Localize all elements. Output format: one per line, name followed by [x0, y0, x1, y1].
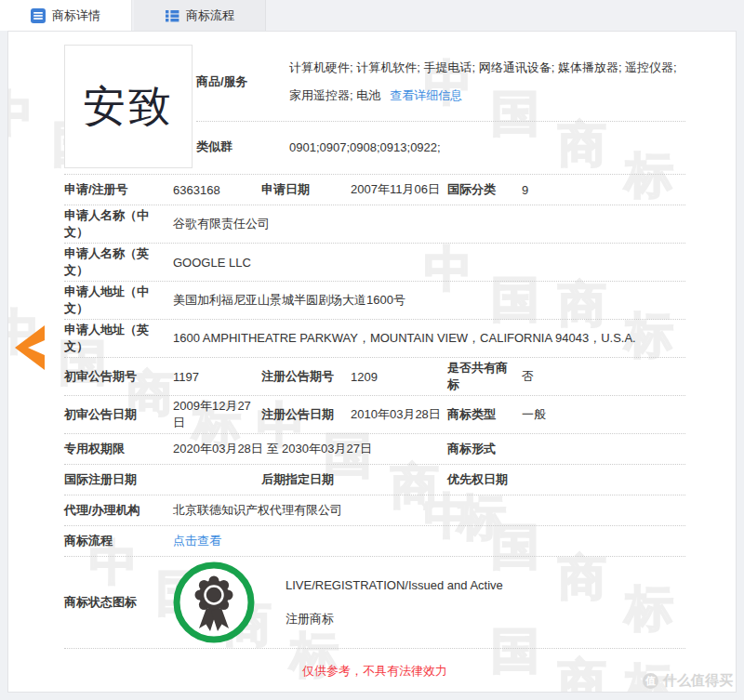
field-label: 国际注册日期	[64, 469, 173, 490]
site-watermark: 值 什么值得买	[643, 672, 733, 690]
field-value	[522, 478, 685, 482]
status-text: LIVE/REGISTRATION/Issued and Active 注册商标	[286, 578, 503, 627]
tab-trademark-flow[interactable]: 商标流程	[134, 0, 266, 31]
field-label: 申请/注册号	[64, 179, 173, 200]
field-value: 2009年12月27日	[173, 396, 261, 433]
field-label: 后期指定日期	[261, 469, 351, 490]
goods-row: 商品/服务 计算机硬件; 计算机软件; 手提电话; 网络通讯设备; 媒体播放器;…	[196, 45, 685, 122]
table-row-exclusive-period: 专用权期限 2020年03月28日 至 2030年03月27日 商标形式	[64, 434, 685, 465]
field-value: 谷歌有限责任公司	[173, 214, 685, 234]
click-to-view-link[interactable]: 点击查看	[173, 534, 221, 548]
tab-bar: 商标详情 商标流程	[0, 0, 744, 31]
field-label: 申请人名称（中文）	[64, 205, 173, 243]
table-row-gazette-date: 初审公告日期 2009年12月27日 注册公告日期 2010年03月28日 商标…	[64, 396, 685, 434]
similar-group-label: 类似群	[196, 139, 289, 155]
goods-value: 计算机硬件; 计算机软件; 手提电话; 网络通讯设备; 媒体播放器; 遥控仪器;…	[289, 54, 685, 110]
field-value: 2010年03月28日	[351, 404, 447, 425]
field-value: 2020年03月28日 至 2030年03月27日	[173, 439, 447, 459]
view-details-link[interactable]: 查看详细信息	[390, 88, 462, 102]
status-line-english: LIVE/REGISTRATION/Issued and Active	[286, 578, 503, 592]
tab-trademark-detail[interactable]: 商标详情	[0, 0, 132, 31]
field-value: 1197	[173, 368, 261, 386]
status-line-chinese: 注册商标	[286, 611, 503, 627]
trademark-name: 安致	[83, 78, 174, 136]
trademark-image: 安致	[64, 45, 193, 168]
field-value	[522, 447, 685, 451]
field-value: 1209	[351, 368, 447, 386]
field-label: 注册公告期号	[261, 366, 351, 387]
table-row-registration: 申请/注册号 6363168 申请日期 2007年11月06日 国际分类 9	[64, 175, 685, 205]
registration-badge-icon	[173, 561, 255, 643]
field-label: 商标形式	[447, 439, 522, 459]
list-icon	[165, 8, 179, 23]
document-list-icon	[31, 8, 46, 23]
similar-group-value: 0901;0907;0908;0913;0922;	[289, 140, 685, 154]
table-row-address-en: 申请人地址（英文） 1600 AMPHITHEATRE PARKWAY，MOUN…	[64, 320, 685, 358]
field-value: 美国加利福尼亚山景城半圆剧场大道1600号	[173, 290, 685, 310]
goods-section: 商品/服务 计算机硬件; 计算机软件; 手提电话; 网络通讯设备; 媒体播放器;…	[196, 45, 685, 168]
table-row-gazette-no: 初审公告期号 1197 注册公告期号 1209 是否共有商标 否	[64, 358, 685, 396]
top-section: 安致 商品/服务 计算机硬件; 计算机软件; 手提电话; 网络通讯设备; 媒体播…	[64, 45, 685, 168]
field-label: 代理/办理机构	[64, 500, 173, 521]
field-value: 2007年11月06日	[351, 179, 447, 200]
field-value: 9	[522, 181, 685, 199]
field-value: 6363168	[173, 181, 261, 199]
field-value: GOOGLE LLC	[173, 254, 685, 271]
field-label: 申请日期	[261, 179, 351, 200]
detail-content: 安致 商品/服务 计算机硬件; 计算机软件; 手提电话; 网络通讯设备; 媒体播…	[8, 32, 736, 693]
field-value: 1600 AMPHITHEATRE PARKWAY，MOUNTAIN VIEW，…	[173, 328, 685, 349]
table-row-agency: 代理/办理机构 北京联德知识产权代理有限公司	[64, 495, 685, 526]
field-label: 国际分类	[447, 179, 522, 200]
goods-label: 商品/服务	[196, 73, 289, 90]
field-label: 是否共有商标	[447, 358, 522, 395]
field-label: 初审公告期号	[64, 366, 173, 387]
field-value: 否	[522, 366, 685, 387]
table-row-intl-dates: 国际注册日期 后期指定日期 优先权日期	[64, 465, 685, 495]
field-label: 注册公告日期	[261, 404, 351, 425]
field-label: 申请人名称（英文）	[64, 244, 173, 281]
field-value: 一般	[522, 404, 685, 425]
detail-card: 中 国 中 国 商 标 中 国 商 标 中 国 商 标 中 国 商 标 中 国 …	[7, 31, 737, 693]
field-label: 商标流程	[64, 531, 173, 551]
field-value: 北京联德知识产权代理有限公司	[173, 500, 685, 521]
table-row-address-cn: 申请人地址（中文） 美国加利福尼亚山景城半圆剧场大道1600号	[64, 282, 685, 320]
fields-table: 申请/注册号 6363168 申请日期 2007年11月06日 国际分类 9 申…	[64, 174, 685, 649]
field-label: 申请人地址（英文）	[64, 320, 173, 357]
disclaimer-text: 仅供参考，不具有法律效力	[64, 649, 685, 683]
table-row-applicant-en: 申请人名称（英文） GOOGLE LLC	[64, 244, 685, 282]
field-label: 商标状态图标	[64, 592, 173, 613]
similar-group-row: 类似群 0901;0907;0908;0913;0922;	[196, 122, 685, 165]
table-row-status: 商标状态图标	[64, 557, 685, 649]
field-label: 专用权期限	[64, 439, 173, 459]
field-value	[351, 478, 447, 482]
field-value	[173, 478, 261, 482]
field-label: 申请人地址（中文）	[64, 282, 173, 319]
site-watermark-text: 什么值得买	[663, 672, 733, 690]
goods-value-text: 计算机硬件; 计算机软件; 手提电话; 网络通讯设备; 媒体播放器; 遥控仪器;…	[289, 60, 677, 102]
field-label: 优先权日期	[447, 469, 522, 490]
field-label: 初审公告日期	[64, 404, 173, 425]
field-label: 商标类型	[447, 404, 522, 425]
tab-label-detail: 商标详情	[52, 7, 100, 24]
prev-arrow-button[interactable]	[15, 325, 45, 373]
table-row-applicant-cn: 申请人名称（中文） 谷歌有限责任公司	[64, 205, 685, 244]
table-row-flow: 商标流程 点击查看	[64, 526, 685, 557]
tab-label-flow: 商标流程	[186, 7, 234, 24]
smzdm-logo-icon: 值	[643, 673, 658, 689]
